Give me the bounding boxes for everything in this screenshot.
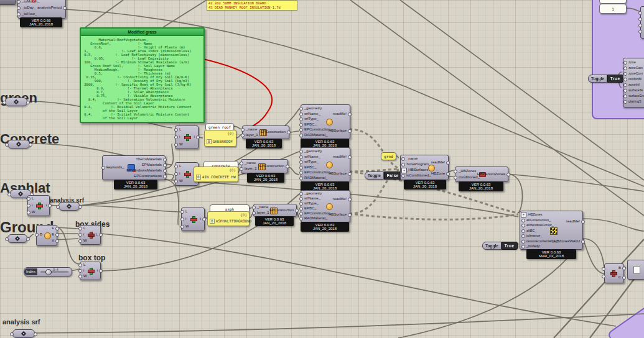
output-epconstruction[interactable]: EPConstruction	[261, 130, 286, 134]
input-zoneprogram[interactable]: zoneProgram_	[406, 162, 431, 167]
input-surfacete[interactable]: surfaceTe	[628, 88, 643, 93]
input-zonecom[interactable]: zoneCom	[628, 71, 643, 76]
input-zonegain[interactable]: zoneGain	[628, 66, 643, 70]
input-zoneinf[interactable]: zoneInf	[628, 83, 640, 87]
input-srftype[interactable]: srfType_	[304, 117, 319, 121]
input-wrap[interactable]: W	[83, 274, 87, 278]
input-altconstruction[interactable]: altConstruction_	[526, 218, 551, 222]
input-index[interactable]: i	[83, 268, 84, 273]
input-list[interactable]: L	[83, 226, 85, 231]
boolean-toggle-false[interactable]: Toggle False	[365, 171, 402, 180]
input-removecurrentadjc[interactable]: removeCurrentAdjc_	[526, 239, 557, 244]
value-list-concrete[interactable]: {0} 04IN CONCRETE HW	[194, 167, 238, 182]
output-epmaterials[interactable]: EPMaterials	[142, 163, 162, 167]
input-list[interactable]: L	[185, 209, 187, 214]
zoom-plus-icon[interactable]: +	[521, 212, 526, 217]
output-b[interactable]: B	[618, 266, 621, 270]
input-hbsurfaces[interactable]: _HBSurfaces	[406, 168, 428, 172]
output-readme[interactable]: readMe!	[566, 219, 580, 224]
param-concrete-geometry[interactable]	[7, 140, 30, 148]
input-index[interactable]: i	[32, 203, 32, 208]
index-number-slider[interactable]: Index 0-4	[24, 267, 72, 276]
panel-grnd[interactable]: grnd	[381, 152, 396, 160]
input-keywords[interactable]: keywords_	[106, 165, 124, 170]
input-findadjc[interactable]: _findAdjc	[526, 244, 540, 249]
boolean-toggle-true-right[interactable]: Toggle True	[588, 75, 623, 83]
boolean-toggle-true-bottom[interactable]: Toggle True	[482, 242, 518, 250]
output-faces[interactable]: F	[52, 226, 54, 231]
input-surfaceene[interactable]: surfaceEne	[628, 94, 644, 98]
input-isconditioned[interactable]: isConditioned_	[406, 173, 431, 178]
output-epconstruction[interactable]: EPConstruction	[259, 164, 284, 168]
toggle-value[interactable]: True	[502, 242, 518, 250]
panel-title[interactable]: Modified grass	[81, 29, 203, 36]
cut-component-bottom-right[interactable]	[627, 260, 644, 280]
output-analysisperiod[interactable]: analysisPeriod	[37, 6, 62, 10]
input-tohour[interactable]: _toHour_	[22, 12, 37, 16]
input-srfname[interactable]: srfName_	[304, 155, 320, 159]
list-item-component-asphalt[interactable]: L i W i	[181, 208, 205, 231]
output-hbzoneswadj[interactable]: HBZonesWADJ	[554, 239, 580, 244]
output-item[interactable]: i	[46, 203, 47, 208]
hbsurface-component-3[interactable]: _geometry srfName_ srfType_ EPBC_ EPCons…	[301, 190, 350, 222]
analysis-period-component[interactable]: _toMonth_ _toDay_ _toHour_ analysisPerio…	[17, 0, 66, 19]
hbsurface-component-2[interactable]: _geometry srfName_ srfType_ EPBC_ EPCons…	[301, 147, 350, 182]
input-srftype[interactable]: srfType_	[304, 201, 319, 206]
input-radmaterial[interactable]: RADMaterial_	[304, 176, 327, 180]
input-list[interactable]: L	[83, 263, 85, 267]
input-wrap[interactable]: W	[83, 239, 87, 243]
input-index[interactable]: i	[179, 135, 180, 139]
output-item[interactable]: i	[194, 135, 195, 139]
output-epconstructions[interactable]: EPConstructions	[134, 174, 162, 178]
list-item-component-green[interactable]: L i W i	[175, 126, 198, 149]
epconstruction-component-3[interactable]: _name layer_1 EPConstruction	[253, 204, 297, 217]
zoom-plus-icon[interactable]: +	[401, 168, 407, 173]
hbzone-component[interactable]: _name zoneProgram_ _HBSurfaces isConditi…	[400, 155, 449, 180]
input-socket[interactable]	[602, 275, 605, 278]
input-brep[interactable]: B	[40, 232, 42, 237]
toggle-value[interactable]: False	[384, 171, 402, 180]
input-list[interactable]: L	[32, 196, 34, 201]
input-socket[interactable]	[638, 11, 642, 15]
input-altwindowconstr[interactable]: altWindowConstr_	[526, 223, 554, 227]
input-geometry[interactable]: _geometry	[304, 149, 322, 153]
right-edge-component[interactable]: zone zoneGain zoneCom confortM zoneInf s…	[623, 58, 644, 107]
input-altbc[interactable]: altBC_	[526, 229, 536, 233]
input-wrap[interactable]: W	[179, 179, 183, 183]
epconstruction-component-1[interactable]: _name layer_1 EPConstruction	[242, 126, 289, 139]
input-epbc[interactable]: EPBC_	[304, 165, 317, 170]
input-srfname[interactable]: srfName_	[304, 196, 320, 201]
output-vertices[interactable]: V	[52, 239, 54, 243]
output-edges[interactable]: E	[52, 232, 54, 237]
input-radmaterial[interactable]: RADMaterial_	[304, 133, 327, 137]
output-hbsurface[interactable]: HBSurface	[329, 171, 347, 176]
input-wrap[interactable]: W	[179, 142, 183, 147]
input-today[interactable]: _toDay_	[22, 6, 35, 10]
slider-grip[interactable]	[45, 269, 52, 275]
input-wrap[interactable]: W	[185, 224, 189, 229]
deconstruct-brep-component[interactable]: B F E V	[36, 225, 57, 246]
toggle-value[interactable]: True	[607, 75, 623, 83]
input-hbzones[interactable]: _HBZones	[459, 169, 476, 173]
output-readme[interactable]: readMe!	[333, 112, 347, 116]
input-name[interactable]: _name	[245, 161, 256, 165]
list-item-component-box-top[interactable]: L i W i	[80, 262, 101, 280]
group-purple-bottom-corner[interactable]	[607, 286, 644, 338]
input-name[interactable]: _name	[246, 127, 257, 132]
input-layer1[interactable]: layer_1	[246, 133, 258, 137]
input-list[interactable]: L	[179, 127, 181, 132]
input-layer1[interactable]: layer_1	[257, 211, 269, 215]
slider-track[interactable]: 0-4	[40, 271, 68, 273]
panel-modified-grass[interactable]: Modified grass Material:RoofVegetation, …	[80, 27, 205, 123]
input-tolerance[interactable]: tolerance_	[526, 234, 542, 238]
list-item-component-box-sides[interactable]: L i W L	[80, 225, 101, 245]
list-item-component-analysis[interactable]: L i W i	[27, 195, 50, 216]
param-ground-geometry[interactable]	[7, 234, 27, 243]
hbsurface-component-1[interactable]: _geometry srfName_ srfType_ EPBC_ EPCons…	[301, 104, 350, 139]
grasshopper-canvas[interactable]: _toMonth_ _toDay_ _toHour_ analysisPerio…	[0, 0, 644, 338]
solve-adjacencies-component[interactable]: + _HBZones altConstruction_ altWindowCon…	[520, 211, 583, 250]
output-item[interactable]: i	[200, 217, 201, 221]
output-readme[interactable]: readMe!	[333, 197, 347, 201]
output-item[interactable]: i	[97, 268, 98, 273]
output-hbsurface[interactable]: HBSurface	[329, 129, 347, 133]
